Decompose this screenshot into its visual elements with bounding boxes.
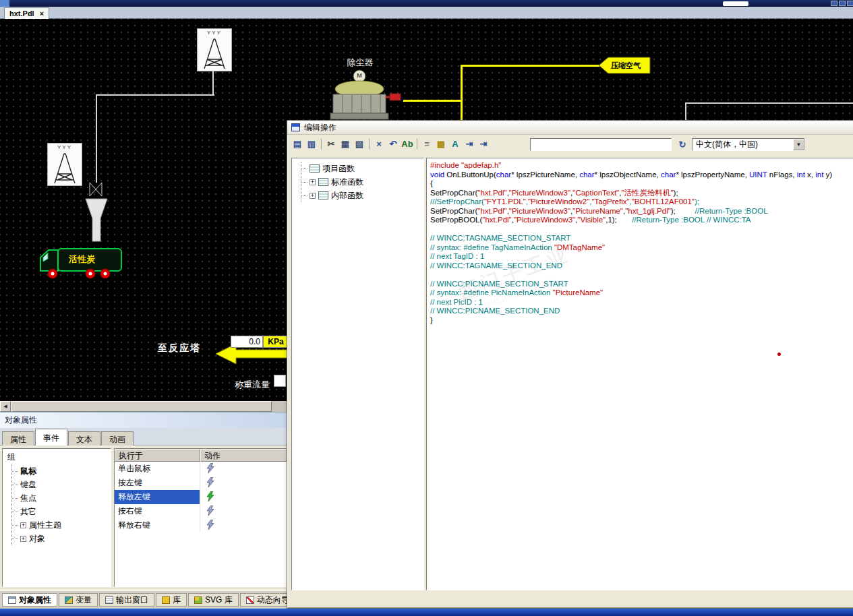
maximize-button[interactable] bbox=[839, 1, 846, 6]
dust-collector[interactable]: 除尘器 M bbox=[329, 57, 405, 127]
edit-operation-dialog[interactable]: 编辑操作 ▤▥✂▦▧×↶Ab≡▩A⇥⇥ ↻ 中文(简体，中国) ▼ 项目函数+标… bbox=[287, 120, 853, 609]
close-button[interactable] bbox=[847, 1, 853, 6]
cut-icon[interactable]: ✂ bbox=[324, 137, 338, 150]
tag-icon bbox=[65, 596, 73, 604]
code-line: SetPropChar("hxt.Pdl","PictureWindow3","… bbox=[430, 207, 850, 216]
language-select[interactable]: 中文(简体，中国) ▼ bbox=[692, 138, 805, 151]
event-trigger-cell[interactable]: 按左键 bbox=[115, 476, 200, 490]
action-bolt-icon bbox=[206, 477, 214, 489]
export-icon[interactable]: ⇥ bbox=[477, 137, 490, 150]
spellcheck-icon[interactable]: Ab bbox=[401, 137, 414, 150]
pressure-value-field[interactable]: 0.0 bbox=[231, 336, 263, 348]
list-icon[interactable]: ≡ bbox=[420, 137, 434, 150]
panel-tab-library[interactable]: 库 bbox=[156, 593, 187, 607]
compile-icon[interactable]: ▥ bbox=[305, 137, 318, 150]
delete-icon[interactable]: × bbox=[372, 137, 386, 150]
panel-tab-label: 对象属性 bbox=[19, 594, 51, 606]
properties-tab-0[interactable]: 属性 bbox=[2, 431, 34, 445]
properties-tree-item[interactable]: +对象 bbox=[12, 532, 111, 545]
refresh-icon[interactable]: ↻ bbox=[676, 138, 689, 151]
panel-tab-svg-lib[interactable]: SVG 库 bbox=[188, 593, 239, 607]
function-tree-item[interactable]: +内部函数 bbox=[301, 189, 423, 202]
column-header-trigger[interactable]: 执行于 bbox=[115, 449, 200, 462]
event-trigger-cell[interactable]: 单击鼠标 bbox=[115, 462, 200, 476]
pipe-gray-horizontal[interactable] bbox=[96, 94, 214, 96]
event-trigger-cell[interactable]: 释放右键 bbox=[115, 518, 200, 532]
language-value: 中文(简体，中国) bbox=[696, 139, 758, 150]
panel-tab-tag[interactable]: 变量 bbox=[59, 593, 98, 607]
pipe-gray-right[interactable] bbox=[685, 102, 853, 104]
pipe-yellow-branch[interactable] bbox=[403, 100, 462, 102]
font-icon[interactable]: A bbox=[448, 137, 462, 150]
pipe-gray-vertical-main[interactable] bbox=[96, 95, 97, 183]
panel-tab-props[interactable]: 对象属性 bbox=[2, 593, 57, 607]
code-editor[interactable]: #include "apdefap.h"void OnLButtonUp(cha… bbox=[426, 158, 853, 590]
scrollbar-thumb[interactable] bbox=[11, 401, 272, 412]
truck-label: 活性炭 bbox=[69, 253, 95, 266]
paste-icon[interactable]: ▧ bbox=[353, 137, 366, 150]
panel-tab-label: 输出窗口 bbox=[116, 594, 148, 606]
properties-tab-3[interactable]: 动画 bbox=[101, 431, 134, 445]
tower-symbol-2[interactable]: YYY bbox=[47, 143, 82, 186]
function-tree-item[interactable]: +标准函数 bbox=[301, 175, 423, 189]
properties-tab-2[interactable]: 文本 bbox=[68, 431, 100, 445]
carbon-truck[interactable]: 活性炭 bbox=[38, 241, 124, 280]
titlebar-accent bbox=[0, 0, 9, 7]
library-icon[interactable]: ▩ bbox=[434, 137, 448, 150]
tower-symbol-1[interactable]: YYY bbox=[197, 28, 232, 71]
output-icon bbox=[105, 596, 113, 604]
dialog-title: 编辑操作 bbox=[304, 122, 336, 133]
function-tree-item[interactable]: 项目函数 bbox=[301, 162, 423, 175]
properties-tree-item[interactable]: 键盘 bbox=[12, 478, 111, 491]
properties-tree-item[interactable]: 鼠标 bbox=[12, 464, 111, 478]
panel-tab-output[interactable]: 输出窗口 bbox=[99, 593, 154, 607]
pressure-unit-box: KPa bbox=[263, 336, 289, 348]
tab-label: hxt.Pdl bbox=[9, 9, 34, 18]
expand-icon[interactable]: + bbox=[310, 179, 316, 185]
goto-icon[interactable]: ⇥ bbox=[463, 137, 476, 150]
hopper-funnel[interactable] bbox=[85, 198, 108, 243]
dust-collector-graphic bbox=[329, 68, 403, 125]
compressed-air-label: 压缩空气 bbox=[611, 61, 641, 71]
code-line: // WINCC:PICNAME_SECTION_END bbox=[430, 307, 850, 316]
function-tree[interactable]: 项目函数+标准函数+内部函数 bbox=[291, 158, 424, 590]
expand-icon[interactable]: + bbox=[20, 536, 26, 542]
valve-symbol[interactable] bbox=[89, 182, 102, 197]
event-trigger-cell[interactable]: 按右键 bbox=[115, 504, 200, 518]
tree-root-group[interactable]: 组 bbox=[3, 449, 111, 464]
expand-icon[interactable]: + bbox=[20, 522, 26, 528]
tower-label: YYY bbox=[198, 29, 231, 36]
event-trigger-cell[interactable]: 释放左键 bbox=[115, 490, 200, 504]
function-tree-label: 项目函数 bbox=[322, 163, 355, 175]
properties-tab-1[interactable]: 事件 bbox=[35, 429, 67, 445]
code-line bbox=[430, 270, 850, 280]
properties-tree-item[interactable]: 焦点 bbox=[12, 491, 111, 505]
chevron-down-icon[interactable]: ▼ bbox=[793, 139, 804, 150]
undo-icon[interactable]: ↶ bbox=[386, 137, 400, 150]
expand-icon[interactable]: + bbox=[310, 193, 316, 199]
code-line: // syntax: #define PicNameInAction "Pict… bbox=[430, 288, 850, 298]
minimize-button[interactable] bbox=[831, 1, 837, 6]
properties-tree-item[interactable]: 其它 bbox=[12, 505, 111, 518]
tab-hxt-pdl[interactable]: hxt.Pdl × bbox=[4, 7, 49, 19]
event-category-tree[interactable]: 组 鼠标键盘焦点其它+属性主题+对象 bbox=[2, 448, 111, 587]
dialog-titlebar[interactable]: 编辑操作 bbox=[287, 121, 853, 135]
pipe-gray-vertical-tower[interactable] bbox=[212, 71, 214, 95]
copy-icon[interactable]: ▦ bbox=[339, 137, 352, 150]
weighing-flow-field[interactable] bbox=[274, 375, 286, 387]
new-action-icon[interactable]: ▤ bbox=[291, 137, 304, 150]
pipe-yellow-horizontal[interactable] bbox=[461, 65, 599, 67]
tree-item-label: 其它 bbox=[20, 506, 36, 518]
code-line: SetPropBOOL("hxt.Pdl","PictureWindow3","… bbox=[430, 216, 850, 225]
compressed-air-banner[interactable]: 压缩空气 bbox=[597, 55, 651, 75]
tree-item-label: 焦点 bbox=[20, 493, 36, 504]
taskbar[interactable] bbox=[0, 609, 853, 616]
code-line: } bbox=[430, 316, 850, 326]
close-icon[interactable]: × bbox=[40, 9, 44, 18]
scroll-left-button[interactable]: ◀ bbox=[0, 401, 11, 412]
dust-collector-label: 除尘器 bbox=[329, 57, 391, 69]
svg-lib-icon bbox=[194, 596, 202, 604]
script-search-input[interactable] bbox=[530, 138, 672, 151]
code-line: { bbox=[430, 179, 850, 189]
properties-tree-item[interactable]: +属性主题 bbox=[12, 518, 111, 532]
